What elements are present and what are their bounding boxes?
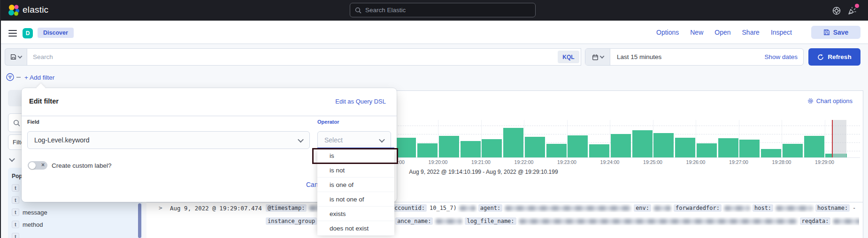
- histogram-bar[interactable]: [589, 144, 609, 157]
- chevron-down-icon[interactable]: [9, 156, 15, 162]
- field-name-pill[interactable]: forwardedfor:: [674, 204, 722, 212]
- menu-new[interactable]: New: [690, 29, 703, 36]
- x-axis-tick-label: 19:23:00: [551, 159, 584, 165]
- field-name-pill[interactable]: ance_name:: [395, 217, 433, 225]
- chevron-down-icon: [18, 54, 23, 59]
- global-search-placeholder: Search Elastic: [365, 7, 406, 14]
- histogram-bar[interactable]: [783, 144, 803, 157]
- x-axis-tick-label: 19:29:00: [808, 159, 841, 165]
- show-dates-link[interactable]: Show dates: [764, 53, 798, 60]
- operator-option-exists[interactable]: exists: [317, 207, 394, 221]
- field-type-token: t: [12, 208, 19, 216]
- histogram-bar[interactable]: [697, 143, 717, 157]
- menu-open[interactable]: Open: [714, 29, 730, 36]
- x-axis-tick-label: 19:22:00: [507, 159, 540, 165]
- global-header: elastic Search Elastic: [0, 0, 868, 21]
- breadcrumb[interactable]: Discover: [38, 28, 74, 38]
- field-name-pill[interactable]: agent:: [478, 204, 502, 212]
- help-icon[interactable]: [832, 6, 841, 15]
- notification-dot: [855, 4, 859, 8]
- current-time-band: [833, 120, 846, 157]
- operator-option-does-not-exist[interactable]: does not exist: [317, 221, 394, 236]
- histogram-bar[interactable]: [718, 138, 738, 157]
- time-range-value[interactable]: Last 15 minutes: [617, 53, 764, 60]
- save-button-label: Save: [833, 29, 849, 36]
- operator-options-list: isis notis one ofis not one ofexistsdoes…: [317, 148, 394, 233]
- refresh-label: Refresh: [828, 53, 851, 60]
- histogram-bar[interactable]: [739, 140, 760, 157]
- operator-label: Operator: [317, 119, 339, 125]
- histogram-bar[interactable]: [482, 139, 502, 157]
- row-expand-toggle[interactable]: >: [159, 204, 162, 211]
- operator-option-is[interactable]: is: [317, 149, 394, 163]
- x-axis-tick-label: 19:27:00: [722, 159, 755, 165]
- redacted-value: [505, 206, 631, 211]
- toolbar-menu: OptionsNewOpenShareInspect: [656, 21, 792, 44]
- x-axis-tick-label: 19:26:00: [679, 159, 712, 165]
- field-combobox[interactable]: Log-Level.keyword: [27, 131, 310, 149]
- chart-options-link[interactable]: Chart options: [807, 97, 853, 104]
- field-name-pill[interactable]: reqdata:: [800, 217, 831, 225]
- redacted-value: [833, 219, 859, 224]
- histogram-bar[interactable]: [804, 136, 824, 157]
- menu-share[interactable]: Share: [742, 29, 760, 36]
- saved-query-floppy-icon: [10, 54, 16, 60]
- menu-inspect[interactable]: Inspect: [771, 29, 792, 36]
- operator-option-is-not-one-of[interactable]: is not one of: [317, 192, 394, 207]
- sidebar-scrollbar[interactable]: [138, 203, 141, 238]
- field-list-item[interactable]: tmessage: [12, 206, 47, 218]
- field-name-pill[interactable]: env:: [634, 204, 651, 212]
- chevron-down-icon: [599, 54, 604, 59]
- chevron-down-icon: [298, 136, 304, 142]
- refresh-button[interactable]: Refresh: [808, 48, 860, 66]
- global-search-input[interactable]: Search Elastic: [350, 3, 536, 17]
- histogram-bar[interactable]: [525, 137, 545, 157]
- query-input[interactable]: Search: [27, 48, 581, 66]
- histogram-bar[interactable]: [761, 149, 781, 157]
- refresh-icon: [817, 54, 824, 60]
- operator-combobox[interactable]: Select: [317, 131, 391, 149]
- field-name-pill[interactable]: @timestamp:: [266, 204, 307, 212]
- doc-timestamp: Aug 9, 2022 @ 19:29:07.474: [170, 205, 262, 212]
- histogram-bar[interactable]: [396, 138, 416, 157]
- chevron-down-icon: [379, 136, 385, 142]
- field-label: Field: [27, 119, 39, 125]
- histogram-bar[interactable]: [546, 144, 567, 157]
- x-axis-tick-label: 19:21:00: [465, 159, 498, 165]
- popup-divider: [22, 116, 397, 116]
- menu-hamburger-icon[interactable]: [8, 30, 17, 37]
- histogram-bar[interactable]: [503, 128, 523, 157]
- add-filter-link[interactable]: + Add filter: [24, 74, 54, 81]
- window-left-edge: [0, 0, 1, 238]
- field-name-pill[interactable]: log_file_name:: [465, 217, 516, 225]
- histogram-bar[interactable]: [632, 130, 653, 157]
- redacted-value: [724, 206, 750, 211]
- histogram-bar[interactable]: [675, 138, 695, 157]
- histogram-bar[interactable]: [417, 143, 438, 157]
- operator-option-is-not[interactable]: is not: [317, 163, 394, 178]
- date-quick-select-button[interactable]: [585, 49, 610, 65]
- histogram-bar[interactable]: [653, 133, 674, 157]
- field-name-pill[interactable]: accountid:: [389, 204, 427, 212]
- custom-label-toggle[interactable]: ×: [28, 161, 47, 170]
- saved-query-menu-button[interactable]: [5, 48, 27, 66]
- kql-language-button[interactable]: KQL: [558, 51, 579, 63]
- search-icon: [355, 7, 361, 14]
- histogram-bar[interactable]: [568, 135, 588, 157]
- save-button[interactable]: Save: [811, 26, 860, 39]
- operator-option-is-one-of[interactable]: is one of: [317, 178, 394, 192]
- histogram-bar[interactable]: [439, 136, 459, 157]
- edit-as-query-dsl-link[interactable]: Edit as Query DSL: [335, 98, 386, 105]
- field-name-pill[interactable]: host:: [753, 204, 773, 212]
- histogram-bar[interactable]: [611, 134, 631, 157]
- field-list-item[interactable]: tmethod: [12, 218, 47, 231]
- field-list-item[interactable]: t: [12, 231, 47, 238]
- field-name-pill[interactable]: hostname:: [815, 204, 850, 212]
- filter-set-icon[interactable]: [6, 73, 14, 81]
- calendar-icon: [592, 54, 599, 60]
- field-value: Log-Level.keyword: [34, 136, 299, 144]
- menu-options[interactable]: Options: [656, 29, 679, 36]
- space-avatar[interactable]: D: [23, 28, 33, 38]
- field-name-pill[interactable]: instance_group: [266, 217, 317, 225]
- histogram-bar[interactable]: [461, 141, 481, 157]
